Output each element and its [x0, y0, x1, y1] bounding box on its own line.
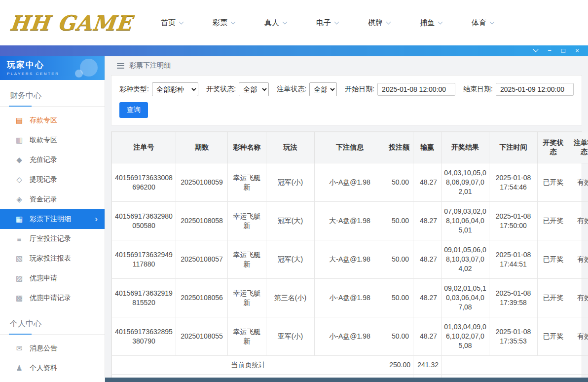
start-date-label: 开始日期: [345, 85, 374, 94]
recharge-records-icon: ◆ [15, 155, 24, 164]
cell-bet-amount: 50.00 [385, 163, 413, 202]
sidebar-item-recharge-records[interactable]: ◆充值记录 [0, 150, 105, 170]
room-bet-records-icon: ≡ [15, 235, 24, 243]
page-title: 彩票下注明细 [129, 61, 171, 70]
chevron-down-icon [533, 46, 538, 52]
withdrawal-records-icon: ◇ [15, 175, 24, 184]
body: 玩家中心 PLAYERS CENTER 财务中心 ▤存款专区 ▥取款专区 ◆充值… [0, 56, 588, 382]
cell-draw-result: 09,01,05,06,08,10,03,07,04,02 [441, 240, 489, 279]
lottery-type-label: 彩种类型: [119, 85, 149, 94]
cell-bet-amount: 50.00 [385, 317, 413, 356]
cell-draw-status: 已开奖 [538, 202, 569, 240]
sidebar-item-promo-application[interactable]: ▨优惠申请 [0, 268, 105, 288]
cell-lottery-name: 幸运飞艇新 [228, 240, 266, 279]
sidebar-item-promo-application-records[interactable]: ▩优惠申请记录 [0, 288, 105, 308]
end-date-input[interactable] [496, 83, 574, 96]
sidebar-item-label: 彩票下注明细 [30, 215, 71, 224]
sidebar-item-deposit[interactable]: ▤存款专区 [0, 111, 105, 130]
cell-draw-status: 已开奖 [538, 317, 569, 356]
start-date-input[interactable] [377, 83, 455, 96]
filter-panel: 彩种类型: 全部彩种 开奖状态: 全部 注单状态: 全部 开始日期: 结束日期:… [111, 75, 582, 125]
bet-details-table-card: 注单号 期数 彩种名称 玩法 下注信息 投注额 输赢 开奖结果 下注时间 开奖状… [111, 131, 582, 382]
close-button[interactable]: × [570, 45, 584, 56]
cell-bet-no: 401569173633008696200 [112, 163, 176, 202]
cell-order-status: 有效 [569, 163, 588, 202]
sidebar-item-room-bet-records[interactable]: ≡厅室投注记录 [0, 229, 105, 249]
order-status-select[interactable]: 全部 [309, 82, 337, 96]
collapse-button[interactable] [529, 45, 543, 56]
profile-icon: ♟ [15, 364, 24, 373]
cell-bet-no: 401569173632949117880 [112, 240, 176, 279]
sidebar-item-lottery-bet-details[interactable]: ▦彩票下注明细› [0, 209, 105, 229]
nav-item-label: 捕鱼 [420, 18, 435, 28]
minimize-button[interactable]: − [543, 45, 556, 56]
column-header-bet-time: 下注时间 [489, 132, 538, 163]
cell-bet-time: 2025-01-08 17:54:46 [489, 163, 538, 202]
nav-item-live[interactable]: 真人 [264, 18, 287, 28]
table-row: 401569173632949117880 20250108057 幸运飞艇新 … [112, 240, 588, 279]
cell-bet-time: 2025-01-08 17:50:00 [489, 202, 538, 240]
announcements-icon: ✉ [15, 344, 24, 353]
sidebar-item-change-password[interactable]: ✱修改密码 [0, 378, 105, 382]
cell-order-status: 有效 [569, 317, 588, 356]
maximize-button[interactable]: □ [556, 45, 570, 56]
decorative-graphic [75, 58, 101, 78]
sidebar-item-announcements[interactable]: ✉消息公告 [0, 339, 105, 358]
main-content: 彩票下注明细 彩种类型: 全部彩种 开奖状态: 全部 注单状态: 全部 开始日期… [105, 56, 588, 382]
nav-item-lottery[interactable]: 彩票 [213, 18, 235, 28]
horizontal-scrollbar[interactable] [105, 378, 588, 382]
cell-draw-result: 09,02,01,05,10,03,06,04,07,08 [441, 279, 489, 317]
table-row: 401569173632980050580 20250108058 幸运飞艇新 … [112, 202, 588, 240]
sidebar-item-profile[interactable]: ♟个人资料 [0, 358, 105, 378]
nav-item-label: 首页 [161, 18, 176, 28]
breadcrumb: 彩票下注明细 [111, 56, 582, 75]
cell-play-type: 亚军(小) [266, 317, 315, 356]
nav-item-sports[interactable]: 体育 [472, 18, 494, 28]
window-titlebar: − □ × [0, 45, 588, 56]
column-header-bet-no: 注单号 [112, 132, 176, 163]
draw-status-select[interactable]: 全部 [239, 82, 269, 96]
top-header: HH GAME 首页 彩票 真人 电子 棋牌 捕鱼 体育 [0, 0, 588, 45]
withdraw-icon: ▥ [15, 136, 24, 145]
column-header-lottery-name: 彩种名称 [228, 132, 266, 163]
query-button[interactable]: 查询 [119, 102, 148, 118]
cell-bet-no: 401569173632919815520 [112, 279, 176, 317]
sidebar-item-label: 个人资料 [30, 364, 57, 373]
end-date-label: 结束日期: [463, 85, 493, 94]
personal-menu: ✉消息公告 ♟个人资料 ✱修改密码 [0, 335, 105, 382]
main-nav: 首页 彩票 真人 电子 棋牌 捕鱼 体育 [161, 18, 494, 28]
sidebar-item-label: 存款专区 [30, 116, 57, 125]
nav-item-slots[interactable]: 电子 [316, 18, 338, 28]
cell-play-type: 冠军(大) [266, 202, 315, 240]
sidebar-item-withdraw[interactable]: ▥取款专区 [0, 130, 105, 150]
nav-item-label: 真人 [264, 18, 279, 28]
draw-status-label: 开奖状态: [206, 85, 236, 94]
nav-item-home[interactable]: 首页 [161, 18, 183, 28]
section-personal-center: 个人中心 [0, 315, 105, 335]
cell-draw-result: 07,09,03,02,08,10,06,04,05,01 [441, 202, 489, 240]
sidebar-item-label: 玩家投注报表 [30, 254, 71, 263]
chevron-down-icon [334, 19, 339, 24]
cell-bet-no: 401569173632980050580 [112, 202, 176, 240]
nav-item-label: 电子 [316, 18, 331, 28]
cell-bet-time: 2025-01-08 17:35:53 [489, 317, 538, 356]
lottery-type-select[interactable]: 全部彩种 [152, 82, 198, 96]
table-row: 401569173633008696200 20250108059 幸运飞艇新 … [112, 163, 588, 202]
cell-draw-result: 04,03,10,05,08,06,09,07,02,01 [441, 163, 489, 202]
lottery-bet-details-icon: ▦ [15, 215, 24, 224]
table-header-row: 注单号 期数 彩种名称 玩法 下注信息 投注额 输赢 开奖结果 下注时间 开奖状… [112, 132, 588, 163]
cell-win-loss: 48.27 [413, 240, 441, 279]
summary-winloss-total: 241.32 [413, 356, 441, 375]
column-header-bet-info: 下注信息 [315, 132, 385, 163]
cell-bet-info: 小-A盘@1.98 [315, 163, 385, 202]
nav-item-fishing[interactable]: 捕鱼 [420, 18, 442, 28]
sidebar-item-player-bet-report[interactable]: ▧玩家投注报表 [0, 249, 105, 268]
nav-item-boardgames[interactable]: 棋牌 [368, 18, 390, 28]
cell-draw-status: 已开奖 [538, 279, 569, 317]
finance-menu: ▤存款专区 ▥取款专区 ◆充值记录 ◇提现记录 ◈资金记录 ▦彩票下注明细› ≡… [0, 107, 105, 308]
menu-toggle-icon[interactable] [117, 63, 124, 69]
sidebar-item-funds-records[interactable]: ◈资金记录 [0, 190, 105, 209]
sidebar-item-withdrawal-records[interactable]: ◇提现记录 [0, 170, 105, 190]
nav-item-label: 棋牌 [368, 18, 383, 28]
cell-bet-no: 401569173632895380790 [112, 317, 176, 356]
